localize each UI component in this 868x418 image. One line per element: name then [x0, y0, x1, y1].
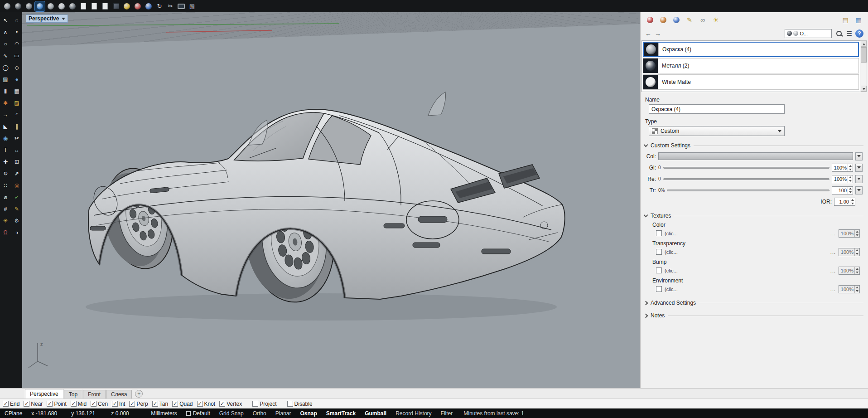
osnap-checkbox[interactable]: [24, 401, 29, 407]
array-icon[interactable]: ∷: [0, 180, 10, 190]
forward-button[interactable]: →: [655, 30, 661, 37]
texture-enable-checkbox[interactable]: [656, 230, 662, 236]
gloss-slider[interactable]: [663, 167, 829, 169]
sun-tab-icon[interactable]: ☀: [711, 15, 721, 25]
osnap-pane[interactable]: Osnap: [295, 410, 321, 417]
spinner-icon[interactable]: [850, 198, 855, 205]
layer-pane[interactable]: Default: [182, 410, 215, 417]
curve-icon[interactable]: ∿: [0, 51, 10, 61]
advanced-settings-header[interactable]: Advanced Settings: [644, 300, 863, 306]
extend-icon[interactable]: →: [0, 110, 10, 120]
texture-assign-link[interactable]: (clic...: [665, 268, 678, 273]
osnap-checkbox[interactable]: [197, 401, 203, 407]
gloss-value[interactable]: 100%: [832, 164, 853, 172]
chevron-down-icon[interactable]: [62, 18, 65, 20]
select-arrow-icon[interactable]: ↖: [0, 15, 10, 25]
paint-bucket-tab-icon[interactable]: [658, 15, 668, 25]
material-name-input[interactable]: Окраска (4): [649, 104, 785, 114]
back-button[interactable]: ←: [645, 30, 651, 37]
osnap-checkbox[interactable]: [3, 401, 9, 407]
ellipse-icon[interactable]: ◯: [0, 63, 10, 73]
trim-icon[interactable]: ✂: [12, 133, 22, 143]
viewport-tab-top[interactable]: Top: [64, 390, 82, 399]
textures-header[interactable]: Textures: [644, 213, 863, 219]
osnap-disable[interactable]: Disable: [287, 401, 313, 407]
scrollbar-thumb[interactable]: [861, 47, 867, 63]
osnap-point[interactable]: Point: [47, 401, 66, 407]
environment-page-icon[interactable]: [100, 1, 110, 11]
shaded-display-icon[interactable]: [35, 1, 45, 11]
osnap-checkbox[interactable]: [172, 401, 178, 407]
focal-blur-icon[interactable]: [144, 1, 154, 11]
raytraced-display-icon[interactable]: [68, 1, 77, 11]
settings-gear-icon[interactable]: ⚙: [12, 216, 22, 226]
texture-amount[interactable]: 100%: [839, 285, 860, 293]
osnap-quad[interactable]: Quad: [172, 401, 193, 407]
perspective-viewport[interactable]: z Perspective: [22, 12, 640, 388]
text-icon[interactable]: T: [0, 145, 10, 155]
notes-header[interactable]: Notes: [644, 312, 863, 319]
wirebox-icon[interactable]: ▧: [187, 1, 197, 11]
gumball-pane[interactable]: Gumball: [360, 410, 391, 417]
viewport-tab-front[interactable]: Front: [83, 390, 106, 399]
scroll-up-icon[interactable]: [861, 41, 867, 47]
texture-assign-link[interactable]: (clic...: [665, 249, 678, 255]
osnap-vertex[interactable]: Vertex: [219, 401, 242, 407]
osnap-checkbox[interactable]: [129, 401, 135, 407]
spinner-icon[interactable]: [848, 164, 853, 171]
polygon-icon[interactable]: ◇: [12, 63, 22, 73]
spinner-icon[interactable]: [848, 187, 853, 194]
lamp-icon[interactable]: ☀: [0, 216, 10, 226]
cplane-pane[interactable]: CPlane: [0, 410, 27, 417]
reflect-options-button[interactable]: [855, 175, 863, 183]
gumball-icon[interactable]: ◎: [12, 180, 22, 190]
material-list-item[interactable]: Металл (2): [643, 58, 859, 73]
viewport-tab-perspective[interactable]: Perspective: [25, 389, 63, 399]
material-list-item[interactable]: Окраска (4): [643, 42, 859, 57]
viewport-tab-left[interactable]: Слева: [106, 390, 132, 399]
transparency-options-button[interactable]: [855, 186, 863, 194]
osnap-knot[interactable]: Knot: [197, 401, 216, 407]
pencil-edit-tab-icon[interactable]: ✎: [685, 15, 694, 25]
material-type-select[interactable]: Custom: [649, 126, 785, 136]
scale-icon[interactable]: ⇗: [12, 169, 22, 179]
ortho-pane[interactable]: Ortho: [248, 410, 271, 417]
box-icon[interactable]: ▧: [0, 74, 10, 84]
osnap-int[interactable]: Int: [112, 401, 125, 407]
circle-icon[interactable]: ○: [0, 39, 10, 49]
rendered-display-icon[interactable]: [46, 1, 56, 11]
point-icon[interactable]: •: [12, 27, 22, 37]
texture-enable-checkbox[interactable]: [656, 267, 662, 273]
osnap-checkbox[interactable]: [112, 401, 118, 407]
texture-palette-page-icon[interactable]: [89, 1, 99, 11]
measure-icon[interactable]: ⌀: [0, 192, 10, 202]
texture-assign-link[interactable]: (clic...: [665, 231, 678, 236]
osnap-project[interactable]: Project: [252, 401, 276, 407]
hatch-icon[interactable]: ▨: [12, 98, 22, 108]
texture-enable-checkbox[interactable]: [656, 249, 662, 255]
texture-browse-button[interactable]: ...: [830, 268, 836, 273]
color-options-button[interactable]: [855, 152, 863, 160]
spinner-icon[interactable]: [848, 175, 853, 183]
texture-browse-button[interactable]: ...: [830, 249, 836, 255]
move-icon[interactable]: ✚: [0, 157, 10, 167]
record-history-pane[interactable]: Record History: [391, 410, 436, 417]
render-current-viewport-icon[interactable]: [2, 1, 12, 11]
spinner-icon[interactable]: [854, 248, 859, 256]
grid-snap-pane[interactable]: Grid Snap: [215, 410, 248, 417]
osnap-cen[interactable]: Cen: [91, 401, 108, 407]
material-editor-page-icon[interactable]: [78, 1, 88, 11]
scrollbar[interactable]: [860, 40, 867, 92]
transparency-slider[interactable]: [667, 190, 829, 191]
osnap-near[interactable]: Near: [24, 401, 43, 407]
display-cube-icon[interactable]: [111, 1, 121, 11]
sphere-icon[interactable]: ●: [12, 74, 22, 84]
spinner-icon[interactable]: [854, 267, 859, 274]
visibility-icon[interactable]: ◑: [12, 228, 22, 238]
pencil-icon[interactable]: ✎: [12, 204, 22, 214]
x-coordinate-pane[interactable]: x -181.680: [27, 410, 67, 417]
osnap-checkbox[interactable]: [287, 401, 293, 407]
osnap-tan[interactable]: Tan: [152, 401, 168, 407]
plane-icon[interactable]: ▦: [12, 86, 22, 96]
sun-sphere-icon[interactable]: [122, 1, 132, 11]
